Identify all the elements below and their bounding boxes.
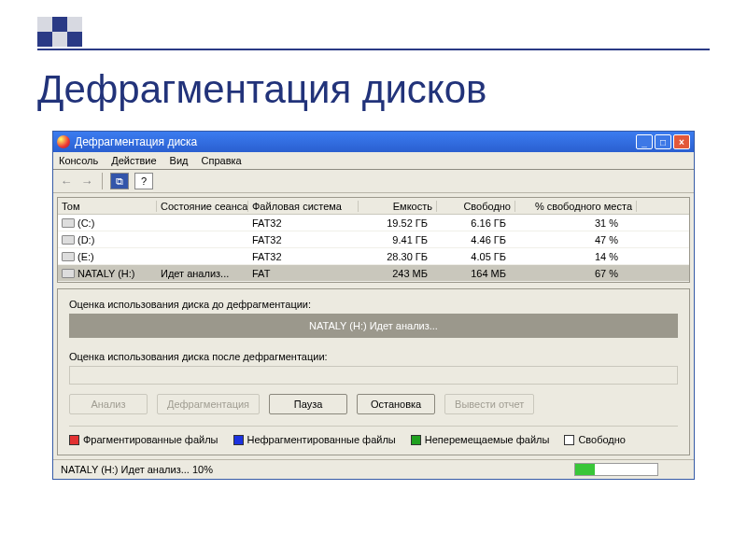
slide-deco: [67, 32, 82, 47]
menu-action[interactable]: Действие: [111, 155, 156, 166]
grid-header: Том Состояние сеанса Файловая система Ем…: [58, 198, 689, 215]
defragment-button[interactable]: Дефрагментация: [157, 394, 260, 414]
toolbar-props-button[interactable]: ⧉: [110, 173, 129, 189]
menubar: Консоль Действие Вид Справка: [53, 152, 694, 170]
swatch-blue-icon: [233, 435, 244, 445]
toolbar: ← → ⧉ ?: [53, 170, 694, 193]
minimize-button[interactable]: _: [636, 134, 653, 149]
legend-immovable: Неперемещаемые файлы: [411, 434, 550, 445]
col-volume[interactable]: Том: [58, 201, 157, 212]
legend-fragmented: Фрагментированные файлы: [69, 434, 218, 445]
col-pct[interactable]: % свободного места: [515, 201, 637, 212]
status-text: NATALY (H:) Идет анализ... 10%: [61, 464, 213, 475]
status-bar: NATALY (H:) Идет анализ... 10%: [53, 459, 694, 479]
cell-free: 4.46 ГБ: [437, 234, 515, 245]
menu-view[interactable]: Вид: [170, 155, 189, 166]
slide-deco: [37, 17, 52, 32]
cell-volume: (C:): [58, 217, 157, 229]
cell-pct: 67 %: [515, 268, 637, 279]
volume-grid: Том Состояние сеанса Файловая система Ем…: [57, 197, 690, 283]
before-usage-bar: NATALY (H:) Идет анализ...: [69, 314, 678, 338]
col-fs[interactable]: Файловая система: [248, 201, 359, 212]
cell-capacity: 28.30 ГБ: [359, 251, 437, 262]
analyze-button[interactable]: Анализ: [69, 394, 148, 414]
pause-button[interactable]: Пауза: [269, 394, 347, 414]
forward-icon[interactable]: →: [79, 175, 94, 188]
col-capacity[interactable]: Емкость: [359, 201, 437, 212]
swatch-red-icon: [69, 435, 79, 445]
menu-console[interactable]: Консоль: [59, 155, 98, 166]
legend-contiguous: Нефрагментированные файлы: [233, 434, 396, 445]
maximize-button[interactable]: □: [655, 134, 671, 149]
cell-fs: FAT32: [248, 217, 359, 229]
window-title: Дефрагментация диска: [75, 135, 634, 148]
cell-capacity: 9.41 ГБ: [359, 234, 437, 245]
cell-pct: 47 %: [515, 234, 637, 245]
cell-volume: (E:): [58, 251, 157, 262]
after-usage-bar: [69, 366, 678, 385]
swatch-white-icon: [564, 435, 574, 445]
drive-icon: [62, 235, 75, 245]
col-free[interactable]: Свободно: [437, 201, 515, 212]
cell-free: 164 МБ: [437, 268, 515, 279]
app-icon: [57, 135, 70, 148]
cell-pct: 14 %: [515, 251, 637, 262]
after-label: Оценка использования диска после дефрагм…: [69, 351, 678, 362]
grid-row[interactable]: (C:) FAT32 19.52 ГБ 6.16 ГБ 31 %: [58, 215, 689, 231]
cell-fs: FAT32: [248, 234, 359, 245]
button-row: Анализ Дефрагментация Пауза Остановка Вы…: [69, 394, 678, 414]
report-button[interactable]: Вывести отчет: [444, 394, 534, 414]
back-icon[interactable]: ←: [59, 175, 74, 188]
titlebar[interactable]: Дефрагментация диска _ □ ×: [53, 132, 694, 152]
legend-free: Свободно: [564, 434, 626, 445]
cell-volume: NATALY (H:): [58, 268, 157, 279]
slide-deco: [52, 17, 67, 32]
cell-capacity: 19.52 ГБ: [359, 217, 437, 229]
menu-help[interactable]: Справка: [202, 155, 242, 166]
close-button[interactable]: ×: [673, 134, 690, 149]
slide-deco: [52, 32, 67, 47]
cell-volume: (D:): [58, 234, 157, 245]
cell-state: Идет анализ...: [157, 268, 248, 279]
cell-pct: 31 %: [515, 217, 637, 229]
cell-fs: FAT: [248, 268, 359, 279]
slide-heading: Дефрагментация дисков: [37, 67, 486, 112]
drive-icon: [62, 218, 75, 228]
before-label: Оценка использования диска до дефрагмент…: [69, 299, 678, 310]
grid-row-selected[interactable]: NATALY (H:) Идет анализ... FAT 243 МБ 16…: [58, 265, 689, 282]
toolbar-separator: [102, 173, 103, 189]
defrag-window: Дефрагментация диска _ □ × Консоль Дейст…: [52, 131, 695, 480]
drive-icon: [62, 252, 75, 261]
usage-bar-text: NATALY (H:) Идет анализ...: [309, 320, 438, 331]
grid-row[interactable]: (D:) FAT32 9.41 ГБ 4.46 ГБ 47 %: [58, 231, 689, 248]
toolbar-help-button[interactable]: ?: [134, 173, 153, 189]
legend: Фрагментированные файлы Нефрагментирован…: [69, 426, 678, 445]
slide-deco: [67, 17, 82, 32]
cell-fs: FAT32: [248, 251, 359, 262]
slide-deco: [37, 32, 52, 47]
col-state[interactable]: Состояние сеанса: [157, 201, 248, 212]
progress-fill: [575, 464, 595, 475]
slide-divider: [37, 49, 710, 50]
window-body: Том Состояние сеанса Файловая система Ем…: [53, 193, 694, 459]
grid-row[interactable]: (E:) FAT32 28.30 ГБ 4.05 ГБ 14 %: [58, 248, 689, 265]
cell-free: 4.05 ГБ: [437, 251, 515, 262]
swatch-green-icon: [411, 435, 421, 445]
cell-capacity: 243 МБ: [359, 268, 437, 279]
stop-button[interactable]: Остановка: [357, 394, 435, 414]
usage-panel: Оценка использования диска до дефрагмент…: [57, 288, 690, 455]
drive-icon: [62, 269, 75, 278]
cell-free: 6.16 ГБ: [437, 217, 515, 229]
progress-bar: [574, 463, 658, 476]
